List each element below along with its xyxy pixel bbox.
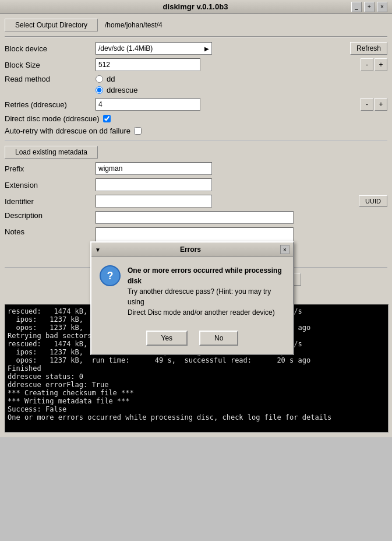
radio-ddrescue-row: ddrescue (96, 86, 137, 94)
window-title: diskimgr v.0.1.0b3 (40, 2, 351, 11)
dialog-title: Errors (180, 245, 201, 254)
radio-dd[interactable] (96, 75, 103, 83)
retries-row: Retries (ddrescue) - + (5, 98, 387, 111)
output-dir-row: Select Output Directory /home/johan/test… (5, 19, 387, 31)
select-output-dir-button[interactable]: Select Output Directory (5, 19, 98, 31)
read-method-label: Read method (5, 75, 92, 83)
separator-1 (5, 36, 387, 37)
identifier-input[interactable] (96, 195, 212, 208)
retries-spinbox: - + (361, 98, 387, 111)
uuid-button[interactable]: UUID (359, 195, 387, 207)
close-button[interactable]: × (377, 2, 387, 12)
prefix-input[interactable] (96, 162, 212, 175)
direct-disc-checkbox[interactable] (103, 115, 111, 122)
identifier-row: Identifier UUID (5, 195, 387, 208)
notes-label: Notes (5, 227, 92, 236)
block-device-row: Block device /dev/sdc (1.4MiB) ▶ Refresh (5, 42, 387, 55)
dialog-message: One or more errors occurred while proces… (128, 265, 285, 318)
dialog-body: ? One or more errors occurred while proc… (91, 257, 293, 326)
extension-row: Extension (5, 178, 387, 191)
load-metadata-button[interactable]: Load existing metadata (5, 146, 98, 159)
extension-label: Extension (5, 181, 92, 189)
radio-dd-label: dd (107, 75, 115, 83)
load-metadata-row: Load existing metadata (5, 146, 387, 159)
dialog-title-icon: ▼ (95, 247, 101, 253)
minimize-button[interactable]: _ (351, 2, 362, 12)
read-method-row: Read method dd ddrescue (5, 75, 387, 94)
block-size-plus[interactable]: + (375, 58, 387, 71)
dialog-question-icon: ? (100, 265, 121, 286)
retries-plus[interactable]: + (375, 98, 387, 111)
block-size-spinbox: - + (361, 58, 387, 71)
auto-retry-row: Auto-retry with ddrescue on dd failure (5, 127, 387, 135)
maximize-button[interactable]: + (364, 2, 375, 12)
auto-retry-checkbox[interactable] (134, 127, 142, 135)
description-row: Description (5, 211, 387, 224)
direct-disc-label: Direct disc mode (ddrescue) (5, 114, 100, 123)
dialog-title-bar: ▼ Errors × (91, 243, 293, 257)
main-content: Select Output Directory /home/johan/test… (0, 14, 392, 437)
dialog-no-button[interactable]: No (199, 331, 238, 346)
block-device-label: Block device (5, 44, 92, 53)
radio-ddrescue[interactable] (96, 86, 103, 94)
block-size-label: Block Size (5, 61, 92, 69)
identifier-label: Identifier (5, 197, 92, 206)
retries-minus[interactable]: - (361, 98, 373, 111)
retries-input[interactable] (96, 98, 200, 111)
read-method-options: dd ddrescue (96, 75, 137, 94)
direct-disc-mode-row: Direct disc mode (ddrescue) (5, 114, 387, 123)
window-controls: _ + × (351, 2, 387, 12)
error-dialog: ▼ Errors × ? One or more errors occurred… (90, 241, 294, 355)
separator-2 (5, 140, 387, 141)
title-bar: diskimgr v.0.1.0b3 _ + × (0, 0, 392, 14)
block-size-row: Block Size - + (5, 58, 387, 71)
output-path-display: /home/johan/test/4 (101, 20, 218, 30)
prefix-row: Prefix (5, 162, 387, 175)
radio-dd-row: dd (96, 75, 137, 83)
description-input[interactable] (96, 211, 294, 224)
auto-retry-label: Auto-retry with ddrescue on dd failure (5, 127, 130, 135)
prefix-label: Prefix (5, 164, 92, 173)
dialog-buttons: Yes No (91, 326, 293, 354)
dialog-close-button[interactable]: × (280, 245, 289, 254)
description-label: Description (5, 211, 92, 220)
retries-label: Retries (ddrescue) (5, 100, 92, 109)
extension-input[interactable] (96, 178, 212, 191)
block-device-display: /dev/sdc (1.4MiB) ▶ (96, 42, 212, 55)
radio-ddrescue-label: ddrescue (107, 86, 137, 94)
block-size-input[interactable] (96, 58, 200, 71)
block-size-minus[interactable]: - (361, 58, 373, 71)
refresh-button[interactable]: Refresh (350, 42, 387, 55)
dialog-yes-button[interactable]: Yes (146, 331, 188, 346)
